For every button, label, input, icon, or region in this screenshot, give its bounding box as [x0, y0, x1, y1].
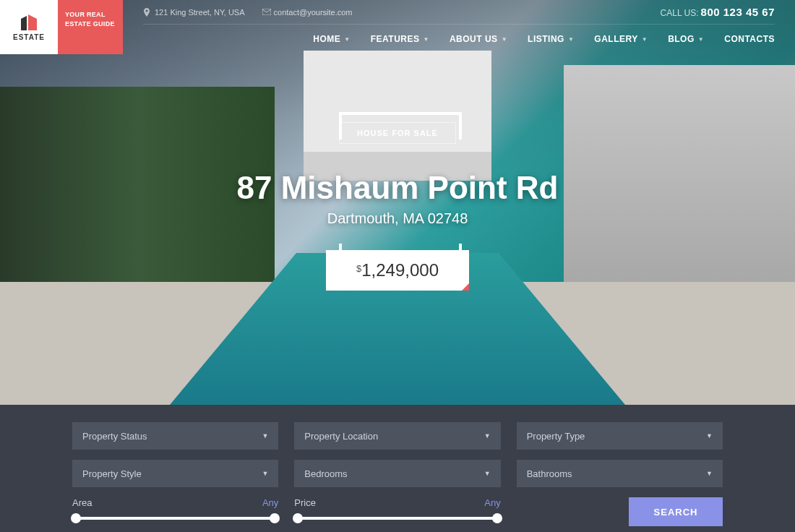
listing-badge: HOUSE FOR SALE: [339, 122, 456, 144]
price-box: $1,249,000: [326, 250, 469, 291]
property-type-dropdown[interactable]: Property Type▼: [517, 422, 723, 450]
price-slider[interactable]: PriceAny: [294, 497, 500, 526]
svg-marker-0: [21, 16, 27, 30]
chevron-down-icon: ▼: [262, 432, 268, 439]
chevron-down-icon: ▼: [706, 470, 713, 477]
logo[interactable]: ESTATE: [0, 0, 58, 54]
property-location-dropdown[interactable]: Property Location▼: [294, 422, 500, 450]
bathrooms-dropdown[interactable]: Bathrooms▼: [517, 460, 723, 487]
nav-about[interactable]: ABOUT US▼: [450, 34, 507, 44]
slider-track[interactable]: [72, 517, 278, 520]
slider-handle[interactable]: [270, 513, 280, 523]
chevron-down-icon: ▼: [706, 432, 713, 439]
tagline: YOUR REAL ESTATE GUIDE: [58, 0, 123, 54]
svg-marker-1: [28, 14, 37, 30]
nav-blog[interactable]: BLOG▼: [668, 34, 704, 44]
chevron-down-icon: ▼: [344, 36, 350, 43]
logo-text: ESTATE: [13, 33, 45, 41]
topbar: 121 King Street, NY, USA contact@yoursit…: [143, 0, 775, 25]
mail-icon: [262, 8, 270, 17]
area-slider[interactable]: AreaAny: [72, 497, 278, 526]
email-text: contact@yoursite.com: [274, 8, 353, 17]
logo-icon: [18, 13, 40, 30]
listing-title: 87 Mishaum Point Rd: [237, 170, 559, 206]
nav-gallery[interactable]: GALLERY▼: [594, 34, 648, 44]
address: 121 King Street, NY, USA: [143, 8, 245, 17]
phone-number: 800 123 45 67: [701, 6, 775, 18]
bedrooms-dropdown[interactable]: Bedrooms▼: [294, 460, 500, 487]
area-value: Any: [262, 497, 278, 508]
search-button[interactable]: SEARCH: [629, 497, 723, 526]
area-label: Area: [72, 497, 92, 508]
hero-content: HOUSE FOR SALE 87 Mishaum Point Rd Dartm…: [0, 112, 795, 291]
navbar: HOME▼ FEATURES▼ ABOUT US▼ LISTING▼ GALLE…: [143, 25, 775, 53]
nav-listing[interactable]: LISTING▼: [528, 34, 574, 44]
phone: CALL US: 800 123 45 67: [661, 6, 775, 18]
chevron-down-icon: ▼: [424, 36, 429, 43]
nav-contacts[interactable]: CONTACTS: [724, 34, 775, 44]
chevron-down-icon: ▼: [502, 36, 507, 43]
email[interactable]: contact@yoursite.com: [262, 8, 353, 17]
callus-label: CALL US:: [661, 8, 699, 18]
chevron-down-icon: ▼: [698, 36, 704, 43]
price-label: Price: [294, 497, 316, 508]
chevron-down-icon: ▼: [484, 470, 491, 477]
chevron-down-icon: ▼: [568, 36, 574, 43]
slider-track[interactable]: [294, 517, 500, 520]
listing-subtitle: Dartmouth, MA 02748: [327, 210, 468, 227]
price-value: Any: [484, 497, 500, 508]
chevron-down-icon: ▼: [642, 36, 648, 43]
slider-handle[interactable]: [71, 513, 81, 523]
slider-handle[interactable]: [293, 513, 303, 523]
search-bar: Property Status▼ Property Location▼ Prop…: [0, 405, 795, 532]
slider-handle[interactable]: [492, 513, 502, 523]
nav-home[interactable]: HOME▼: [313, 34, 350, 44]
property-style-dropdown[interactable]: Property Style▼: [72, 460, 278, 487]
address-text: 121 King Street, NY, USA: [155, 8, 245, 17]
pin-icon: [143, 8, 150, 17]
property-status-dropdown[interactable]: Property Status▼: [72, 422, 278, 450]
header: ESTATE YOUR REAL ESTATE GUIDE 121 King S…: [0, 0, 795, 54]
badge-frame: HOUSE FOR SALE: [339, 112, 456, 154]
chevron-down-icon: ▼: [262, 470, 268, 477]
chevron-down-icon: ▼: [484, 432, 491, 439]
nav-features[interactable]: FEATURES▼: [371, 34, 429, 44]
price-value: 1,249,000: [361, 260, 439, 280]
